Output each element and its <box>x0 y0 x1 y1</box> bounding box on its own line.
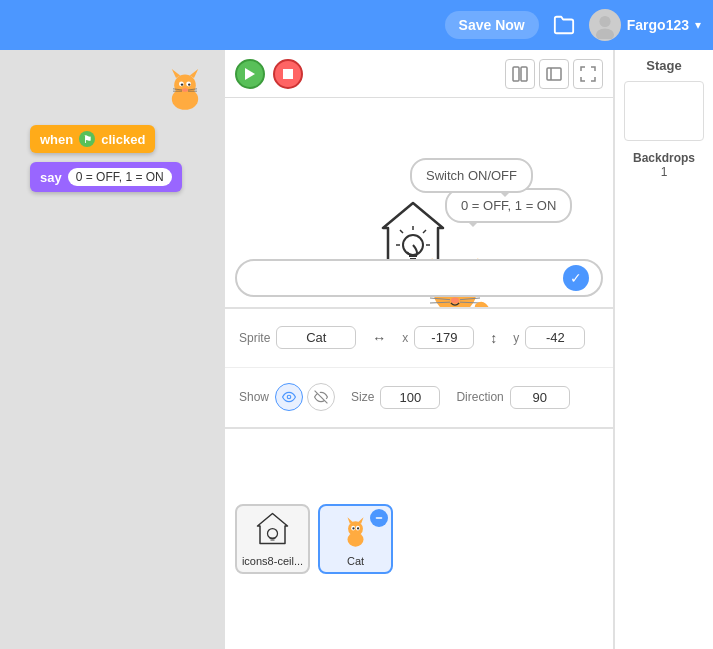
when-clicked-block[interactable]: when clicked <box>30 125 155 153</box>
svg-rect-16 <box>283 69 293 79</box>
light-bubble-text: Switch ON/OFF <box>426 168 517 183</box>
direction-label: Direction <box>456 390 503 404</box>
svg-point-3 <box>174 74 196 96</box>
main-layout: when clicked say 0 = OFF, 1 = ON <box>0 50 713 649</box>
answer-check-button[interactable]: ✓ <box>563 265 589 291</box>
size-label: Size <box>351 390 374 404</box>
visibility-buttons <box>275 383 335 411</box>
x-coord-group: x <box>402 326 474 349</box>
say-value: 0 = OFF, 1 = ON <box>68 168 172 186</box>
svg-point-52 <box>287 395 291 399</box>
svg-point-8 <box>181 83 183 85</box>
stop-button[interactable] <box>273 59 303 89</box>
svg-point-66 <box>348 532 364 546</box>
svg-point-1 <box>596 29 614 40</box>
direction-input[interactable] <box>510 386 570 409</box>
show-group: Show <box>239 383 335 411</box>
stage-layout-buttons <box>505 59 603 89</box>
svg-point-10 <box>182 88 188 92</box>
app-header: Save Now Fargo123 ▾ <box>0 0 713 50</box>
stage-label: Stage <box>646 58 681 73</box>
clicked-label: clicked <box>101 132 145 147</box>
svg-point-33 <box>451 298 459 304</box>
fullscreen-button[interactable] <box>573 59 603 89</box>
svg-line-48 <box>423 230 426 233</box>
svg-point-64 <box>352 527 354 529</box>
stage-toolbar <box>225 50 613 98</box>
backdrops-label: Backdrops <box>633 151 695 165</box>
sprite-item-1[interactable]: Cat <box>318 504 393 574</box>
x-label: x <box>402 331 408 345</box>
svg-marker-61 <box>358 517 364 523</box>
x-input[interactable] <box>414 326 474 349</box>
sprite-info-panel: Sprite ↔ x ↕ y <box>225 307 613 367</box>
size-group: Size <box>351 386 440 409</box>
stage-area: 0 = OFF, 1 = ON <box>225 50 613 649</box>
cat-thumbnail-mini <box>155 60 215 120</box>
sprite-item-0[interactable]: icons8-ceil... <box>235 504 310 574</box>
direction-group: Direction <box>456 386 569 409</box>
sprite-item-0-label: icons8-ceil... <box>242 555 303 567</box>
canvas-area[interactable]: 0 = OFF, 1 = ON <box>225 98 613 307</box>
y-arrow-icon: ↕ <box>490 330 497 346</box>
right-panel: Stage Backdrops 1 <box>613 50 713 649</box>
svg-point-9 <box>188 83 190 85</box>
sprite-label: Sprite <box>239 331 270 345</box>
x-arrow-icon: ↔ <box>372 330 386 346</box>
y-coord-group: y <box>513 326 585 349</box>
svg-point-0 <box>599 16 610 27</box>
show-label: Show <box>239 390 269 404</box>
chevron-down-icon: ▾ <box>695 18 701 32</box>
svg-line-49 <box>400 230 403 233</box>
sprite-info-panel-2: Show <box>225 367 613 427</box>
sprite-name-input[interactable] <box>276 326 356 349</box>
size-input[interactable] <box>380 386 440 409</box>
sprite-item-1-label: Cat <box>347 555 364 567</box>
y-input[interactable] <box>525 326 585 349</box>
svg-rect-17 <box>513 67 519 81</box>
stage-thumbnail[interactable] <box>624 81 704 141</box>
svg-rect-58 <box>376 517 383 519</box>
svg-point-55 <box>268 528 278 538</box>
svg-marker-15 <box>245 68 255 80</box>
show-visible-button[interactable] <box>275 383 303 411</box>
code-panel: when clicked say 0 = OFF, 1 = ON <box>0 50 225 649</box>
username-label: Fargo123 <box>627 17 689 33</box>
avatar <box>589 9 621 41</box>
answer-input-bar[interactable]: ✓ <box>235 259 603 297</box>
green-flag-button[interactable] <box>235 59 265 89</box>
sprite-name-group: Sprite <box>239 326 356 349</box>
when-label: when <box>40 132 73 147</box>
sprite-delete-button[interactable] <box>370 509 388 527</box>
show-hidden-button[interactable] <box>307 383 335 411</box>
say-block[interactable]: say 0 = OFF, 1 = ON <box>30 162 182 192</box>
say-label: say <box>40 170 62 185</box>
svg-rect-19 <box>547 68 561 80</box>
green-flag-icon <box>79 131 95 147</box>
layout-split-button[interactable] <box>505 59 535 89</box>
light-speech-bubble: Switch ON/OFF <box>410 158 533 193</box>
save-now-button[interactable]: Save Now <box>445 11 539 39</box>
sprite-list-area: icons8-ceil... <box>225 427 613 650</box>
svg-marker-60 <box>348 517 354 523</box>
layout-stage-button[interactable] <box>539 59 569 89</box>
backdrops-count: 1 <box>661 165 668 179</box>
svg-rect-18 <box>521 67 527 81</box>
folder-icon-button[interactable] <box>549 10 579 40</box>
svg-point-65 <box>357 527 359 529</box>
user-menu[interactable]: Fargo123 ▾ <box>589 9 701 41</box>
y-label: y <box>513 331 519 345</box>
